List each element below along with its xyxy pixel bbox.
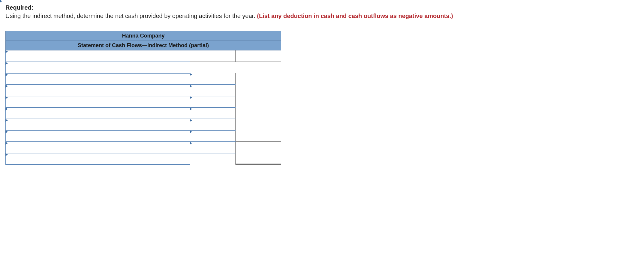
description-cell[interactable] [6,130,190,142]
table-row [6,73,281,85]
amount-cell-1[interactable] [190,119,236,130]
dropdown-icon[interactable] [190,85,192,88]
amount-cell-2 [236,73,281,85]
amount-cell-1[interactable] [190,130,236,142]
dropdown-icon[interactable] [5,73,8,76]
table-row [6,85,281,96]
table-title-company: Hanna Company [6,31,281,41]
dropdown-icon[interactable] [5,62,8,65]
amount-cell-1[interactable] [190,142,236,153]
dropdown-icon[interactable] [5,107,8,110]
dropdown-icon[interactable] [5,50,8,53]
description-cell[interactable] [6,85,190,96]
instruction-red: (List any deduction in cash and cash out… [257,13,453,19]
table-row [6,130,281,142]
amount-cell-2[interactable] [236,142,281,153]
dropdown-icon[interactable] [5,85,8,88]
dropdown-icon[interactable] [190,142,192,145]
description-cell[interactable] [6,119,190,130]
amount-cell-2 [236,107,281,119]
dropdown-icon[interactable] [190,96,192,99]
dropdown-icon[interactable] [190,73,192,76]
amount-cell-1[interactable] [190,96,236,107]
amount-cell-1 [190,62,236,73]
dropdown-icon[interactable] [5,96,8,99]
table-row [6,96,281,107]
amount-cell-2[interactable] [236,153,281,165]
amount-cell-2[interactable] [236,130,281,142]
description-cell[interactable] [6,50,190,62]
amount-cell-2 [236,62,281,73]
description-cell[interactable] [6,96,190,107]
amount-cell-1[interactable] [190,85,236,96]
cashflow-table-wrap: Hanna Company Statement of Cash Flows—In… [5,31,639,165]
table-row [6,153,281,165]
dropdown-icon[interactable] [0,0,2,3]
table-title-statement: Statement of Cash Flows—Indirect Method … [6,41,281,50]
amount-cell-2[interactable] [236,50,281,62]
cashflow-table: Hanna Company Statement of Cash Flows—In… [5,31,281,165]
description-cell[interactable] [6,62,190,73]
table-row [6,107,281,119]
amount-cell-2 [236,119,281,130]
table-header-row-2: Statement of Cash Flows—Indirect Method … [6,41,281,50]
amount-cell-1[interactable] [190,73,236,85]
amount-cell-2 [236,96,281,107]
description-cell[interactable] [6,153,190,165]
dropdown-icon[interactable] [5,142,8,145]
instruction-text: Using the indirect method, determine the… [5,12,639,20]
description-cell[interactable] [6,142,190,153]
table-header-row-1: Hanna Company [6,31,281,41]
dropdown-icon[interactable] [5,119,8,122]
dropdown-icon[interactable] [5,130,8,133]
dropdown-icon[interactable] [190,130,192,133]
table-row [6,142,281,153]
amount-cell-2 [236,85,281,96]
dropdown-icon[interactable] [190,107,192,110]
table-row [6,50,281,62]
description-cell[interactable] [6,107,190,119]
instruction-plain: Using the indirect method, determine the… [5,13,257,19]
required-label: Required: [5,4,639,11]
dropdown-icon[interactable] [190,119,192,122]
description-cell[interactable] [6,73,190,85]
amount-cell-1[interactable] [190,107,236,119]
amount-cell-1[interactable] [190,50,236,62]
dropdown-icon[interactable] [5,153,8,156]
table-row [6,119,281,130]
amount-cell-1 [190,153,236,165]
table-row [6,62,281,73]
